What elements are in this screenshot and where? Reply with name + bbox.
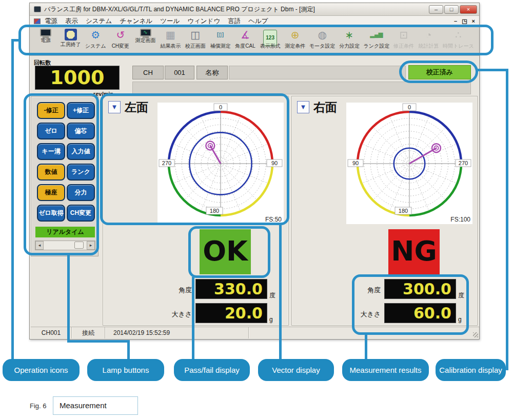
callout-measurement-results xyxy=(352,274,469,335)
svg-text:180: 180 xyxy=(399,208,408,214)
annotation-line xyxy=(67,254,70,343)
mdi-minimize-icon[interactable]: – xyxy=(454,18,457,25)
annotation-line xyxy=(506,69,508,370)
mdi-restore-icon[interactable]: ◳ xyxy=(462,18,467,25)
svg-text:90: 90 xyxy=(352,160,359,166)
mdi-close-icon[interactable]: × xyxy=(472,18,475,25)
svg-text:FS:100: FS:100 xyxy=(450,216,470,223)
callout-toolbar xyxy=(18,25,494,55)
callout-pill: Vector display xyxy=(258,359,334,381)
status-channel: CH001 xyxy=(31,327,72,338)
magnitude-unit: g xyxy=(269,316,273,323)
ch-label: CH xyxy=(132,66,164,79)
menu-item[interactable]: 言語 xyxy=(228,17,241,26)
callout-pill: Operation icons xyxy=(3,359,80,381)
vector-chart-right: 027018090FS:100 xyxy=(346,103,472,224)
menu-item[interactable]: ヘルプ xyxy=(248,17,268,26)
callout-vector-display xyxy=(100,93,289,225)
angle-unit: 度 xyxy=(269,291,275,300)
minimize-icon[interactable]: – xyxy=(429,5,443,14)
magnitude-label: 大きさ xyxy=(161,310,192,319)
menu-item[interactable]: ウィンドウ xyxy=(187,17,220,26)
callout-calibration xyxy=(399,61,478,83)
annotation-line xyxy=(279,224,282,361)
menu-item[interactable]: チャンネル xyxy=(120,17,152,26)
menu-item[interactable]: システム xyxy=(86,17,112,26)
status-datetime: 2014/02/19 15:52:59 xyxy=(105,327,249,338)
pass-fail-right: NG xyxy=(388,229,440,274)
annotation-line xyxy=(67,340,130,343)
ch-value[interactable]: 001 xyxy=(165,66,194,79)
annotation-line xyxy=(11,39,14,361)
name-label: 名称 xyxy=(196,66,228,79)
name-field[interactable] xyxy=(229,66,406,79)
annotation-line xyxy=(192,277,194,361)
close-icon[interactable]: × xyxy=(460,5,477,14)
callout-pill: Measurement results xyxy=(342,359,429,381)
callout-pill: Calibration display xyxy=(436,359,506,381)
annotation-line xyxy=(477,69,507,71)
figure-title: Measurement Windows xyxy=(53,396,138,415)
page: バランス工房 for DBM-X/XL/G/GL/T/TL and DYNAMI… xyxy=(0,0,513,420)
menu-item[interactable]: 電源 xyxy=(45,17,57,26)
figure-label: Fig. 6 xyxy=(30,402,47,410)
rotor-face-icon: ▼ xyxy=(297,101,309,113)
mdi-child-icon[interactable] xyxy=(34,18,41,24)
title-bar[interactable]: バランス工房 for DBM-X/XL/G/GL/T/TL and DYNAMI… xyxy=(30,3,479,16)
annotation-line xyxy=(365,334,367,361)
angle-value-display: 330.0 xyxy=(195,279,267,299)
angle-label: 角度 xyxy=(161,286,192,295)
svg-text:270: 270 xyxy=(459,160,468,166)
right-face-title: 右面 xyxy=(313,99,337,115)
svg-text:0: 0 xyxy=(408,104,411,110)
menu-item[interactable]: ツール xyxy=(160,17,180,26)
window-title: バランス工房 for DBM-X/XL/G/GL/T/TL and DYNAMI… xyxy=(44,5,429,14)
name-field-2[interactable] xyxy=(132,82,471,94)
magnitude-value-display: 20.0 xyxy=(195,303,267,323)
callout-pass-fail xyxy=(188,226,270,278)
app-icon xyxy=(34,6,41,12)
callout-lamp-panel xyxy=(24,93,99,255)
callout-pill: Pass/fail display xyxy=(174,359,250,381)
status-connection: 接続 xyxy=(72,327,105,338)
resize-grip[interactable] xyxy=(473,332,478,337)
rpm-display: 1000 xyxy=(35,66,120,90)
maximize-icon[interactable]: □ xyxy=(444,5,459,14)
menu-item[interactable]: 表示 xyxy=(65,17,78,26)
annotation-line xyxy=(127,340,130,361)
callout-pill: Lamp buttons xyxy=(87,359,164,381)
